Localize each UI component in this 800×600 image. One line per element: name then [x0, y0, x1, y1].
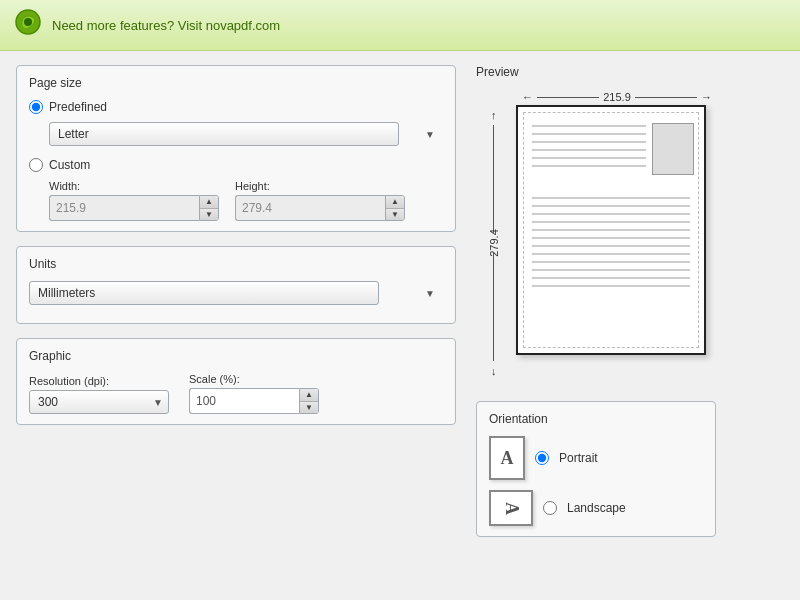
height-arrow-down: ↓: [491, 365, 497, 377]
content-line-18: [532, 285, 690, 287]
preview-title: Preview: [476, 65, 784, 79]
width-arrow-right: →: [701, 91, 712, 103]
orientation-section: Orientation A Portrait A Landscape: [476, 401, 716, 537]
width-arrow-line: [537, 97, 599, 98]
portrait-icon: A: [489, 436, 525, 480]
content-line-10: [532, 221, 690, 223]
height-input[interactable]: 279.4: [235, 195, 385, 221]
banner-text: Need more features? Visit novapdf.com: [52, 18, 280, 33]
left-panel: Page size Predefined Letter A4 A3 Legal …: [16, 65, 456, 551]
scale-input[interactable]: 100: [189, 388, 299, 414]
width-input[interactable]: 215.9: [49, 195, 199, 221]
width-label: Width:: [49, 180, 219, 192]
preview-container: ← 215.9 → ↑ 279.4 ↓: [476, 87, 716, 387]
scale-spinner-buttons: ▲ ▼: [299, 388, 319, 414]
width-up-button[interactable]: ▲: [200, 196, 218, 208]
units-select-wrapper: Millimeters Inches Points ▼: [29, 281, 443, 305]
scale-label: Scale (%):: [189, 373, 319, 385]
content-line-6: [532, 165, 646, 167]
width-arrow-line2: [635, 97, 697, 98]
landscape-radio[interactable]: [543, 501, 557, 515]
content-line-16: [532, 269, 690, 271]
landscape-letter: A: [501, 502, 522, 515]
page-size-title: Page size: [29, 76, 443, 90]
width-down-button[interactable]: ▼: [200, 208, 218, 220]
content-line-14: [532, 253, 690, 255]
content-line-7: [532, 197, 690, 199]
landscape-icon: A: [489, 490, 533, 526]
resolution-label: Resolution (dpi):: [29, 375, 169, 387]
height-arrow-line: [493, 125, 494, 233]
landscape-row: A Landscape: [489, 490, 703, 526]
predefined-select-arrow: ▼: [425, 129, 435, 140]
content-line-13: [532, 245, 690, 247]
page-thumbnail: [652, 123, 694, 175]
content-line-12: [532, 237, 690, 239]
custom-radio-row: Custom: [29, 158, 443, 172]
content-line-1: [532, 125, 646, 127]
top-banner: Need more features? Visit novapdf.com: [0, 0, 800, 51]
predefined-radio[interactable]: [29, 100, 43, 114]
page-content-area: [532, 125, 646, 167]
height-field-group: Height: 279.4 ▲ ▼: [235, 180, 405, 221]
height-dim-value: 279.4: [488, 229, 500, 257]
portrait-radio[interactable]: [535, 451, 549, 465]
content-line-15: [532, 261, 690, 263]
portrait-row: A Portrait: [489, 436, 703, 480]
width-dimension: ← 215.9 →: [522, 91, 712, 103]
page-preview-box: [516, 105, 706, 355]
banner-icon: [14, 8, 42, 42]
width-field-group: Width: 215.9 ▲ ▼: [49, 180, 219, 221]
width-spinner-buttons: ▲ ▼: [199, 195, 219, 221]
height-spinner-buttons: ▲ ▼: [385, 195, 405, 221]
predefined-select[interactable]: Letter A4 A3 Legal Executive: [49, 122, 399, 146]
height-dimension: ↑ 279.4 ↓: [480, 109, 508, 377]
page-content-area2: [532, 197, 690, 287]
predefined-select-wrapper: Letter A4 A3 Legal Executive ▼: [49, 122, 443, 146]
height-spinner: 279.4 ▲ ▼: [235, 195, 405, 221]
units-select-arrow: ▼: [425, 288, 435, 299]
content-line-4: [532, 149, 646, 151]
predefined-label[interactable]: Predefined: [49, 100, 107, 114]
predefined-radio-row: Predefined: [29, 100, 443, 114]
height-label: Height:: [235, 180, 405, 192]
custom-fields: Width: 215.9 ▲ ▼ Height: 279.4 ▲: [49, 180, 443, 221]
content-line-17: [532, 277, 690, 279]
orientation-title: Orientation: [489, 412, 703, 426]
content-line-11: [532, 229, 690, 231]
width-dim-value: 215.9: [603, 91, 631, 103]
landscape-label[interactable]: Landscape: [567, 501, 626, 515]
page-size-section: Page size Predefined Letter A4 A3 Legal …: [16, 65, 456, 232]
portrait-label[interactable]: Portrait: [559, 451, 598, 465]
height-arrow-up: ↑: [491, 109, 497, 121]
width-arrow-left: ←: [522, 91, 533, 103]
height-up-button[interactable]: ▲: [386, 196, 404, 208]
custom-label[interactable]: Custom: [49, 158, 90, 172]
custom-radio[interactable]: [29, 158, 43, 172]
content-line-3: [532, 141, 646, 143]
scale-field-group: Scale (%): 100 ▲ ▼: [189, 373, 319, 414]
height-arrow-line2: [493, 253, 494, 361]
svg-point-1: [24, 18, 32, 26]
preview-section: Preview ← 215.9 → ↑ 279.4 ↓: [476, 65, 784, 387]
graphic-title: Graphic: [29, 349, 443, 363]
resolution-combo-wrapper: 300 72 96 150 600 ▼: [29, 390, 169, 414]
width-spinner: 215.9 ▲ ▼: [49, 195, 219, 221]
content-line-9: [532, 213, 690, 215]
resolution-field-group: Resolution (dpi): 300 72 96 150 600 ▼: [29, 375, 169, 414]
content-line-2: [532, 133, 646, 135]
content-line-5: [532, 157, 646, 159]
resolution-select[interactable]: 300 72 96 150 600: [29, 390, 169, 414]
portrait-letter: A: [501, 448, 514, 469]
units-section: Units Millimeters Inches Points ▼: [16, 246, 456, 324]
height-down-button[interactable]: ▼: [386, 208, 404, 220]
graphic-section: Graphic Resolution (dpi): 300 72 96 150 …: [16, 338, 456, 425]
main-content: Page size Predefined Letter A4 A3 Legal …: [0, 51, 800, 565]
units-select[interactable]: Millimeters Inches Points: [29, 281, 379, 305]
units-title: Units: [29, 257, 443, 271]
graphic-fields: Resolution (dpi): 300 72 96 150 600 ▼ Sc…: [29, 373, 443, 414]
scale-down-button[interactable]: ▼: [300, 401, 318, 413]
scale-up-button[interactable]: ▲: [300, 389, 318, 401]
scale-spinner: 100 ▲ ▼: [189, 388, 319, 414]
content-line-8: [532, 205, 690, 207]
